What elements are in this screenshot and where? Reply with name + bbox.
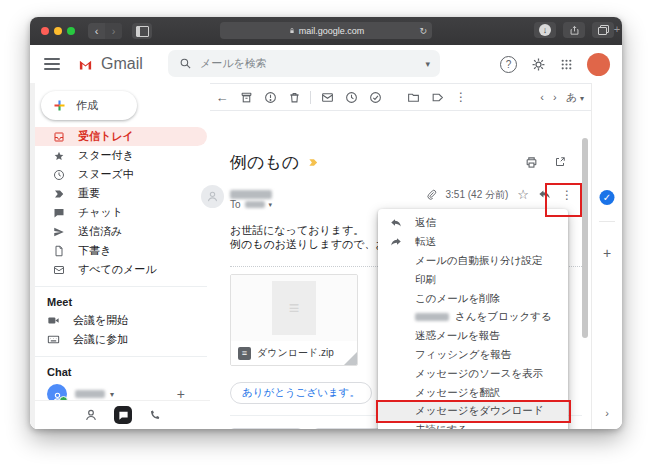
menu-item-report-phishing[interactable]: フィッシングを報告 [378, 346, 568, 365]
menu-item-delete-this-message[interactable]: このメールを削除 [378, 289, 568, 308]
send-icon [53, 226, 65, 238]
sidebar-item-snoozed[interactable]: スヌーズ中 [35, 165, 207, 184]
email-toolbar: ← ⋮ ‹ › あ ▾ [210, 86, 592, 111]
sidebar-item-drafts[interactable]: 下書き [35, 241, 207, 260]
refresh-icon[interactable]: ↻ [419, 26, 427, 36]
smart-reply-chip[interactable]: ありがとうございます。 [230, 382, 372, 404]
downloads-button[interactable]: ↓ [534, 22, 556, 38]
print-icon[interactable] [525, 156, 538, 169]
sidebar-item-starred[interactable]: スター付き [35, 146, 207, 165]
menu-item-label: フィッシングを報告 [415, 348, 511, 362]
chat-bubble-icon [53, 207, 65, 219]
toolbar-more-button[interactable]: ⋮ [449, 90, 473, 104]
close-window-button[interactable] [41, 27, 49, 35]
important-marker-icon [53, 188, 65, 200]
archive-icon [240, 91, 253, 104]
menu-item-filter-messages[interactable]: メールの自動振り分け設定 [378, 252, 568, 271]
sender-avatar[interactable] [201, 185, 224, 208]
envelope-icon [321, 91, 334, 104]
menu-item-reply[interactable]: 返信 [378, 214, 568, 233]
main-menu-icon[interactable] [44, 58, 60, 70]
meet-item-label: 会議に参加 [73, 332, 128, 347]
sidebar-footer [35, 400, 210, 429]
forward-button[interactable]: 転送 [314, 428, 386, 429]
chat-tab-active[interactable] [114, 406, 132, 424]
settings-gear-icon[interactable] [531, 57, 546, 72]
clock-icon [53, 169, 65, 181]
share-icon [569, 25, 580, 36]
chat-contact-caret-icon: ▾ [110, 390, 114, 399]
gmail-header: Gmail メールを検索 ▾ ? [30, 45, 622, 84]
tasks-icon[interactable]: ✓ [600, 190, 615, 205]
newer-email-button[interactable]: ‹ [540, 91, 544, 103]
account-avatar[interactable] [587, 53, 610, 76]
sidebar-item-sent[interactable]: 送信済み [35, 222, 207, 241]
help-icon[interactable]: ? [500, 56, 517, 73]
move-to-button[interactable] [401, 91, 425, 104]
back-button[interactable]: ‹ [88, 23, 105, 39]
meet-section-title: Meet [35, 293, 207, 311]
search-options-caret-icon[interactable]: ▾ [425, 59, 430, 69]
menu-item-print[interactable]: 印刷 [378, 270, 568, 289]
person-icon [206, 190, 219, 203]
sidebar-item-chats[interactable]: チャット [35, 203, 207, 222]
attachment-card[interactable]: ≡ ≡ ダウンロード.zip [230, 274, 358, 366]
menu-item-download-message[interactable]: メッセージをダウンロード [378, 402, 568, 421]
folder-icon [407, 91, 420, 104]
input-tools-button[interactable]: あ ▾ [566, 90, 584, 105]
add-to-tasks-button[interactable] [363, 91, 387, 104]
phone-icon[interactable] [148, 409, 161, 422]
left-sidebar: 作成 受信トレイ スター付き スヌーズ中 [35, 83, 210, 429]
meet-item-label: 会議を開始 [73, 313, 128, 328]
sidebar-item-important[interactable]: 重要 [35, 184, 207, 203]
search-input[interactable]: メールを検索 ▾ [168, 50, 440, 77]
input-tools-caret-icon: ▾ [580, 94, 584, 103]
menu-item-label: 印刷 [415, 273, 436, 287]
sidebar-item-inbox[interactable]: 受信トレイ [35, 127, 207, 146]
menu-item-show-original[interactable]: メッセージのソースを表示 [378, 364, 568, 383]
snooze-button[interactable] [339, 91, 363, 104]
labels-button[interactable] [425, 91, 449, 104]
url-text: mail.google.com [299, 26, 365, 36]
scrollbar-thumb[interactable] [582, 138, 588, 338]
archive-button[interactable] [234, 91, 258, 104]
sidebar-item-all-mail[interactable]: すべてのメール [35, 260, 207, 279]
menu-item-forward[interactable]: 転送 [378, 233, 568, 252]
chrome-right-buttons: ↓ [534, 22, 614, 38]
google-apps-grid-icon[interactable] [560, 58, 573, 71]
meet-start-meeting[interactable]: 会議を開始 [35, 311, 207, 330]
sidebar-divider [35, 356, 207, 357]
browser-toolbar: ‹ › mail.google.com ↻ ↓ + [30, 17, 622, 45]
star-toggle-icon[interactable]: ☆ [517, 187, 529, 202]
reply-button[interactable]: 返信 [230, 428, 302, 429]
sidebar-toggle-icon [136, 26, 149, 37]
compose-button[interactable]: 作成 [41, 91, 137, 120]
delete-button[interactable] [282, 91, 306, 104]
menu-item-block-sender[interactable]: さんをブロックする [378, 308, 568, 327]
meet-join-meeting[interactable]: 会議に参加 [35, 330, 207, 349]
input-tools-label: あ [566, 91, 577, 103]
address-bar[interactable]: mail.google.com ↻ [220, 22, 432, 39]
menu-item-report-spam[interactable]: 迷惑メールを報告 [378, 327, 568, 346]
star-icon [53, 150, 65, 162]
label-icon [431, 91, 444, 104]
minimize-window-button[interactable] [54, 27, 62, 35]
gmail-logo[interactable]: Gmail [76, 55, 143, 73]
report-spam-button[interactable] [258, 91, 282, 104]
older-email-button[interactable]: › [553, 91, 557, 103]
open-in-new-icon[interactable] [554, 156, 566, 168]
rail-collapse-chevron-icon[interactable]: › [605, 407, 609, 419]
contacts-person-icon[interactable] [84, 408, 98, 422]
zoom-window-button[interactable] [67, 27, 75, 35]
back-to-inbox-button[interactable]: ← [210, 90, 234, 105]
chat-bubble-icon [118, 410, 129, 421]
new-tab-button[interactable]: + [611, 23, 622, 39]
get-addons-plus-icon[interactable]: + [603, 245, 611, 261]
forward-button[interactable]: › [105, 23, 122, 39]
mark-unread-button[interactable] [315, 91, 339, 104]
zip-file-icon: ≡ [238, 347, 251, 360]
sidebar-toggle-button[interactable] [132, 23, 152, 39]
share-button[interactable] [563, 22, 585, 38]
rail-divider [599, 221, 615, 222]
recipient-row[interactable]: To ▾ [230, 199, 272, 210]
